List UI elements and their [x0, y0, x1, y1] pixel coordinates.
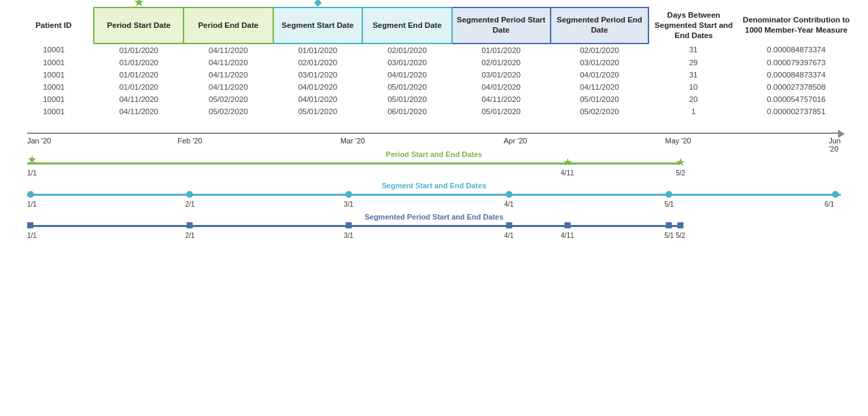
col-header-segment-end: Segment End Date [362, 7, 452, 44]
table-cell: 04/11/2020 [94, 93, 184, 105]
table-section: Patient ID ★ Period Start Date Period En… [14, 7, 854, 118]
table-cell: 04/01/2020 [551, 69, 649, 81]
seg-period-tick-apr11: 4/11 [561, 232, 574, 239]
segment-dot-may1 [665, 191, 672, 198]
table-cell: 10001 [14, 56, 94, 69]
seg-period-sq-may2 [678, 222, 684, 228]
col-header-period-end: Period End Date [184, 7, 273, 44]
table-cell: 31 [648, 44, 738, 56]
star-green-start-icon: ★ [134, 0, 143, 10]
table-row: 1000101/01/202004/11/202003/01/202004/01… [14, 69, 854, 81]
segment-dot-apr1 [506, 191, 513, 198]
seg-period-sq-apr1 [506, 222, 512, 228]
table-cell: 04/01/2020 [362, 69, 452, 81]
table-row: 1000101/01/202004/11/202002/01/202003/01… [14, 56, 854, 69]
data-table: Patient ID ★ Period Start Date Period En… [14, 7, 854, 118]
table-cell: 01/01/2020 [94, 44, 184, 56]
period-tick-may2: 5/2 [676, 169, 685, 177]
seg-period-end-label: Segmented Period End Date [557, 16, 642, 34]
table-cell: 1 [648, 105, 738, 118]
segment-timeline-line [27, 194, 841, 196]
period-timeline-line [27, 162, 680, 164]
segment-end-label: Segment End Date [372, 21, 442, 29]
col-header-seg-period-start: Segmented Period Start Date [452, 7, 551, 44]
period-timeline-row: Period Start and End Dates ★ 1/1 ★ 4/11 … [27, 150, 841, 179]
table-cell: 20 [648, 93, 738, 105]
table-cell: 0.000027378508 [738, 81, 854, 93]
axis-label-feb: Feb '20 [177, 137, 202, 145]
segment-start-label: Segment Start Date [281, 21, 353, 29]
period-tick-jan1: 1/1 [27, 169, 37, 177]
table-cell: 05/01/2020 [551, 93, 649, 105]
seg-period-sq-feb1 [187, 222, 193, 228]
table-cell: 0.000084873374 [738, 69, 854, 81]
table-cell: 05/02/2020 [184, 93, 273, 105]
col-header-segment-start: ◆ Segment Start Date [273, 7, 363, 44]
seg-period-start-label: Segmented Period Start Date [457, 16, 545, 34]
period-star-may2-icon: ★ [676, 156, 685, 169]
segment-dot-jun1 [832, 191, 839, 198]
segment-tick-may1: 5/1 [664, 201, 674, 208]
table-cell: 06/01/2020 [362, 105, 452, 118]
segment-tick-jan1: 1/1 [27, 201, 37, 208]
table-cell: 03/01/2020 [551, 56, 649, 69]
table-cell: 02/01/2020 [452, 56, 551, 69]
table-cell: 0.000002737851 [738, 105, 854, 118]
table-row: 1000101/01/202004/11/202001/01/202002/01… [14, 44, 854, 56]
seg-period-sq-may1 [666, 222, 672, 228]
seg-period-tick-feb1: 2/1 [185, 232, 194, 239]
table-cell: 10001 [14, 44, 94, 56]
table-cell: 29 [648, 56, 738, 69]
table-cell: 10001 [14, 93, 94, 105]
seg-period-timeline-line [27, 225, 680, 227]
seg-period-tick-mar1: 3/1 [344, 232, 353, 239]
col-header-denominator: Denominator Contribution to 1000 Member-… [738, 7, 854, 44]
segment-tick-feb1: 2/1 [185, 201, 194, 208]
col-header-seg-period-end: Segmented Period End Date [551, 7, 649, 44]
seg-period-sq-apr11 [564, 222, 570, 228]
seg-period-tick-may1: 5/1 [664, 232, 674, 239]
table-cell: 04/11/2020 [184, 69, 273, 81]
table-cell: 04/11/2020 [184, 44, 273, 56]
col-header-patient: Patient ID [14, 7, 94, 44]
segment-dot-mar1 [345, 191, 352, 198]
table-cell: 03/01/2020 [273, 69, 363, 81]
table-cell: 0.000084873374 [738, 44, 854, 56]
table-body: 1000101/01/202004/11/202001/01/202002/01… [14, 44, 854, 118]
days-between-label: Days Between Segmented Start and End Dat… [655, 11, 733, 39]
table-cell: 0.000054757016 [738, 93, 854, 105]
axis-label-may: May '20 [665, 137, 691, 145]
seg-period-sq-mar1 [345, 222, 351, 228]
table-cell: 0.000079397673 [738, 56, 854, 69]
axis-label-apr: Apr '20 [504, 137, 527, 145]
table-cell: 05/02/2020 [551, 105, 649, 118]
table-row: 1000104/11/202005/02/202005/01/202006/01… [14, 105, 854, 118]
segment-dot-feb1 [186, 191, 193, 198]
segment-tick-jun1: 6/1 [824, 201, 834, 208]
timeline-axis: Jan '20 Feb '20 Mar '20 Apr '20 May '20 … [27, 124, 841, 145]
main-container: Patient ID ★ Period Start Date Period En… [0, 0, 868, 251]
seg-period-timeline-row: Segmented Period Start and End Dates 1/1… [27, 213, 841, 241]
table-cell: 01/01/2020 [452, 44, 551, 56]
star-blue-start-icon: ◆ [314, 0, 322, 8]
table-cell: 05/01/2020 [452, 105, 551, 118]
table-cell: 02/01/2020 [273, 56, 363, 69]
table-cell: 01/01/2020 [273, 44, 363, 56]
segment-dot-jan1 [27, 191, 34, 198]
table-cell: 04/11/2020 [184, 56, 273, 69]
table-cell: 03/01/2020 [362, 56, 452, 69]
seg-period-tick-jan1: 1/1 [27, 232, 37, 239]
table-cell: 31 [648, 69, 738, 81]
table-cell: 04/01/2020 [452, 81, 551, 93]
table-cell: 05/01/2020 [362, 93, 452, 105]
seg-period-timeline-label: Segmented Period Start and End Dates [364, 213, 503, 221]
seg-period-sq-jan1 [27, 222, 33, 228]
table-cell: 01/01/2020 [94, 69, 184, 81]
segment-tick-mar1: 3/1 [344, 201, 353, 208]
table-cell: 04/11/2020 [551, 81, 649, 93]
col-header-days: Days Between Segmented Start and End Dat… [648, 7, 738, 44]
period-star-jan1-icon: ★ [27, 153, 37, 166]
segment-timeline-row: Segment Start and End Dates 1/1 2/1 3/1 … [27, 181, 841, 210]
table-cell: 03/01/2020 [452, 69, 551, 81]
denominator-label: Denominator Contribution to 1000 Member-… [743, 16, 850, 34]
